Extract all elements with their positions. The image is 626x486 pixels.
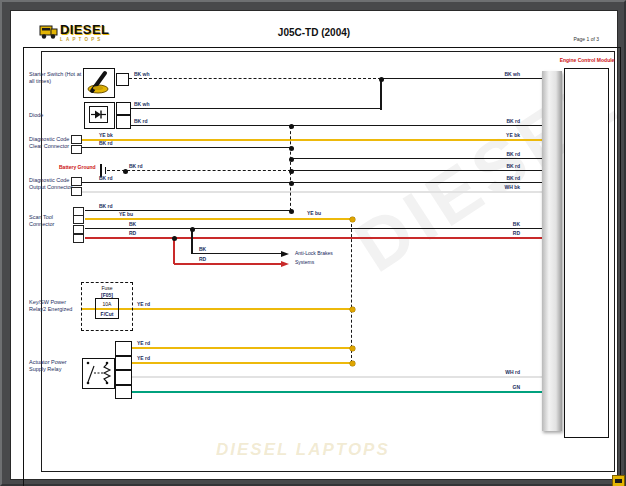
wire-segment bbox=[132, 391, 543, 393]
junction-dot-yellow bbox=[350, 361, 355, 366]
wire-segment bbox=[291, 158, 543, 159]
wire-label: BK rd bbox=[506, 152, 520, 157]
wire-segment bbox=[85, 237, 543, 239]
abs-system-label-line1: Anti-Lock Brakes bbox=[295, 250, 333, 256]
wire-segment bbox=[82, 139, 543, 141]
diag-output-pin2 bbox=[71, 187, 82, 196]
wire-label: BK rd bbox=[506, 119, 520, 124]
relay-symbol bbox=[82, 358, 115, 389]
wire-label: BK rd bbox=[506, 164, 520, 169]
diode-inner-box bbox=[89, 106, 108, 123]
junction-dot bbox=[379, 77, 384, 82]
wire-segment bbox=[85, 218, 352, 220]
junction-dot bbox=[172, 236, 177, 241]
wire-label: BK wh bbox=[134, 102, 150, 107]
actuator-relay-label: Actuator Power Supply Relay bbox=[29, 359, 79, 373]
page-number: Page 1 of 3 bbox=[573, 36, 599, 42]
wire-segment bbox=[107, 170, 291, 171]
wire-branch bbox=[192, 253, 281, 254]
fuse-id: [F05] bbox=[81, 292, 133, 298]
ecm-box bbox=[564, 68, 609, 438]
battery-ground-label: Battery Ground bbox=[59, 164, 99, 170]
wire-label: BK wh bbox=[504, 72, 520, 77]
relay-connector-pin1 bbox=[115, 341, 132, 356]
wire-segment bbox=[85, 228, 543, 229]
relay-connector-pin2 bbox=[115, 356, 132, 371]
wire-segment bbox=[131, 108, 381, 109]
wire-branch bbox=[173, 238, 174, 264]
junction-dot bbox=[289, 169, 294, 174]
junction-dot-yellow bbox=[350, 217, 355, 222]
junction-dot-yellow bbox=[350, 346, 355, 351]
wire-label: YE bk bbox=[506, 133, 520, 138]
wire-label: YE rd bbox=[137, 341, 150, 346]
wire-label: YE rd bbox=[137, 356, 150, 361]
ground-icon bbox=[105, 167, 107, 174]
scan-tool-pin2 bbox=[73, 215, 84, 224]
wire-label: BK rd bbox=[134, 119, 148, 124]
wire-segment bbox=[291, 170, 543, 171]
wire-label: YE rd bbox=[137, 302, 150, 307]
wire-segment bbox=[129, 78, 381, 79]
wire-label: YE bu bbox=[307, 211, 321, 216]
starter-connector bbox=[116, 73, 129, 86]
arrow-icon bbox=[281, 251, 289, 257]
brand-subtitle: LAPTOPS bbox=[60, 38, 109, 43]
document-title: J05C-TD (2004) bbox=[11, 27, 617, 38]
wire-segment bbox=[82, 147, 291, 148]
starter-switch-label: Starter Switch (Hot at all times) bbox=[29, 71, 83, 85]
brand-chip-icon bbox=[612, 475, 625, 486]
wire-branch bbox=[191, 229, 192, 254]
key-switch-icon bbox=[84, 69, 113, 96]
wire-segment bbox=[132, 347, 352, 349]
diode-connector-pin1 bbox=[116, 102, 131, 115]
wire-label: WH rd bbox=[505, 370, 520, 375]
wire-segment bbox=[380, 79, 381, 110]
diag-clear-label: Diagnostic Code Clear Connector bbox=[29, 136, 75, 150]
scan-tool-pin3 bbox=[73, 225, 84, 234]
wire-segment bbox=[132, 376, 543, 378]
relay-icon bbox=[83, 359, 113, 387]
wire-segment bbox=[85, 210, 291, 211]
wire-branch bbox=[174, 263, 281, 265]
wire-label: RD bbox=[199, 257, 206, 262]
wire-label: BK rd bbox=[129, 164, 143, 169]
relay-connector-pin4 bbox=[115, 385, 132, 400]
fuse-name: F/Cut bbox=[95, 311, 119, 317]
wire-label: BK rd bbox=[99, 141, 113, 146]
wire-label: BK rd bbox=[506, 176, 520, 181]
key-relay-label: Key/SW Power Relay2 Energized bbox=[29, 299, 83, 313]
junction-dot bbox=[289, 181, 294, 186]
diag-clear-pin2 bbox=[71, 145, 82, 154]
wire-label: GN bbox=[513, 385, 521, 390]
window-frame: DIESEL DIESEL LAPTOPS DIESEL LAPTOPS J05… bbox=[0, 0, 626, 486]
wire-segment bbox=[132, 362, 352, 364]
diode-connector-pin2 bbox=[116, 115, 131, 129]
relay-connector-pin3 bbox=[115, 370, 132, 385]
wire-segment bbox=[82, 182, 543, 183]
ecm-label: Engine Control Module bbox=[554, 58, 620, 63]
scan-tool-pin4 bbox=[73, 234, 84, 243]
junction-dot bbox=[289, 157, 294, 162]
scan-tool-label: Scan Tool Connector bbox=[29, 214, 61, 228]
wire-label: WH bk bbox=[504, 185, 520, 190]
diag-output-label: Diagnostic Code Output Connector bbox=[29, 177, 75, 191]
ecm-connector-strip bbox=[542, 71, 562, 431]
diag-output-pin1 bbox=[71, 177, 82, 186]
wire-label: BK wh bbox=[134, 72, 150, 77]
wire-segment bbox=[381, 78, 543, 79]
arrow-icon bbox=[281, 261, 289, 267]
junction-dot bbox=[190, 227, 195, 232]
wire-label: YE bu bbox=[119, 212, 133, 217]
wire-segment bbox=[131, 125, 543, 126]
wire-label: RD bbox=[129, 231, 136, 236]
wire-label: RD bbox=[513, 231, 520, 236]
wire-label: BK rd bbox=[99, 204, 113, 209]
wire-label: BK bbox=[129, 222, 136, 227]
document-page: DIESEL DIESEL LAPTOPS DIESEL LAPTOPS J05… bbox=[10, 10, 618, 480]
wire-label: YE bk bbox=[99, 133, 113, 138]
junction-dot-yellow bbox=[350, 307, 355, 312]
fuse-rating: 10A bbox=[95, 301, 119, 307]
diode-label: Diode bbox=[29, 112, 69, 119]
wire-label: BK bbox=[513, 222, 520, 227]
